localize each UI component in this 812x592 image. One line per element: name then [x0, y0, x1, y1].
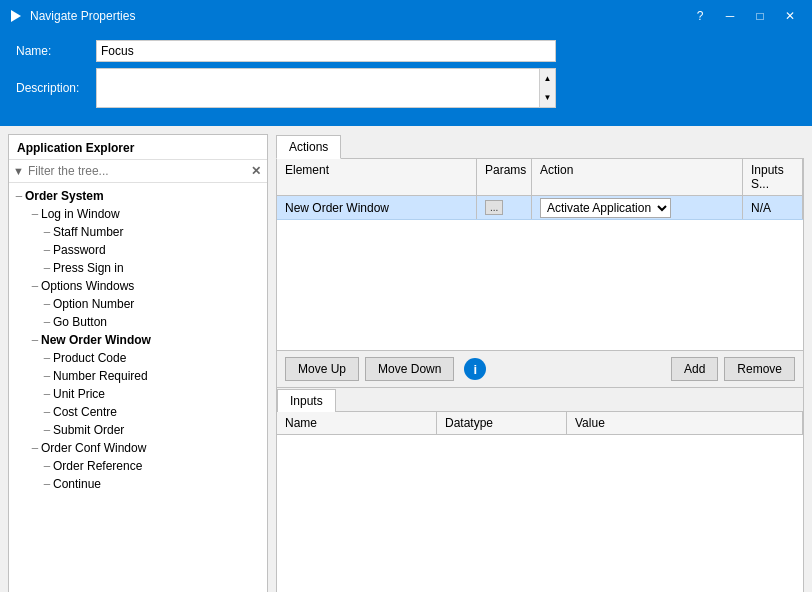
tree-item-password[interactable]: ─ Password: [9, 241, 267, 259]
tree-item-options-windows[interactable]: ─ Options Windows: [9, 277, 267, 295]
scroll-down-btn[interactable]: ▼: [540, 88, 555, 107]
th-params: Params: [477, 159, 532, 195]
inputs-table-header: Name Datatype Value: [277, 412, 803, 435]
inputs-body: [277, 435, 803, 592]
textarea-scrollbar: ▲ ▼: [540, 68, 556, 108]
table-row[interactable]: New Order Window ... Activate Applicatio…: [277, 196, 803, 220]
tree-item-order-reference[interactable]: ─ Order Reference: [9, 457, 267, 475]
maximize-button[interactable]: □: [746, 2, 774, 30]
inputs-th-name: Name: [277, 412, 437, 434]
expand-icon: ─: [29, 209, 41, 219]
tab-inputs[interactable]: Inputs: [277, 389, 336, 412]
header-form: Name: Description: ▲ ▼: [0, 32, 812, 126]
tree-label: Log in Window: [41, 207, 120, 221]
help-button[interactable]: ?: [686, 2, 714, 30]
tree-item-product-code[interactable]: ─ Product Code: [9, 349, 267, 367]
expand-icon: ─: [29, 335, 41, 345]
spacer-icon: ─: [41, 299, 53, 309]
tree-item-login-window[interactable]: ─ Log in Window: [9, 205, 267, 223]
spacer-icon: ─: [41, 461, 53, 471]
tree-item-order-system[interactable]: ─ Order System: [9, 187, 267, 205]
tree-item-cost-centre[interactable]: ─ Cost Centre: [9, 403, 267, 421]
description-row: Description: ▲ ▼: [16, 68, 796, 108]
actions-table: Element Params Action Inputs S... New Or…: [276, 159, 804, 351]
description-label: Description:: [16, 81, 96, 95]
left-panel: Application Explorer ▼ ✕ ─ Order System …: [8, 134, 268, 592]
td-inputs: N/A: [743, 196, 803, 219]
tree-item-continue[interactable]: ─ Continue: [9, 475, 267, 493]
tree-label: Unit Price: [53, 387, 105, 401]
tab-actions[interactable]: Actions: [276, 135, 341, 159]
tree-item-submit-order[interactable]: ─ Submit Order: [9, 421, 267, 439]
tree-item-order-conf-window[interactable]: ─ Order Conf Window: [9, 439, 267, 457]
td-element: New Order Window: [277, 196, 477, 219]
th-action: Action: [532, 159, 743, 195]
tree-item-new-order-window[interactable]: ─ New Order Window: [9, 331, 267, 349]
name-input[interactable]: [96, 40, 556, 62]
tree-item-option-number[interactable]: ─ Option Number: [9, 295, 267, 313]
right-panel: Actions Element Params Action Inputs S..…: [276, 134, 804, 592]
tree-item-number-required[interactable]: ─ Number Required: [9, 367, 267, 385]
tree-item-go-button[interactable]: ─ Go Button: [9, 313, 267, 331]
window-controls: ? ─ □ ✕: [686, 2, 804, 30]
inputs-th-value: Value: [567, 412, 803, 434]
spacer-icon: ─: [41, 245, 53, 255]
actions-tab-bar: Actions: [276, 134, 804, 159]
tree-label: Options Windows: [41, 279, 134, 293]
tree-label: Submit Order: [53, 423, 124, 437]
td-params: ...: [477, 196, 532, 219]
spacer-icon: ─: [41, 425, 53, 435]
action-select[interactable]: Activate Application Click Type Navigate…: [540, 198, 671, 218]
inputs-section: Inputs Name Datatype Value: [276, 388, 804, 592]
scroll-up-btn[interactable]: ▲: [540, 69, 555, 88]
th-inputs: Inputs S...: [743, 159, 803, 195]
remove-button[interactable]: Remove: [724, 357, 795, 381]
tree-label: Press Sign in: [53, 261, 124, 275]
actions-btn-row: Move Up Move Down i Add Remove: [276, 351, 804, 388]
info-icon[interactable]: i: [464, 358, 486, 380]
filter-row: ▼ ✕: [9, 160, 267, 183]
tree-label: Order Conf Window: [41, 441, 146, 455]
table-header: Element Params Action Inputs S...: [277, 159, 803, 196]
tree-label: Password: [53, 243, 106, 257]
tree-label: Option Number: [53, 297, 134, 311]
filter-input[interactable]: [28, 164, 249, 178]
spacer-icon: ─: [41, 317, 53, 327]
tree-container: ─ Order System ─ Log in Window ─ Staff N…: [9, 183, 267, 592]
filter-clear-button[interactable]: ✕: [249, 164, 263, 178]
expand-icon: ─: [29, 443, 41, 453]
description-wrapper: ▲ ▼: [96, 68, 556, 108]
th-element: Element: [277, 159, 477, 195]
move-up-button[interactable]: Move Up: [285, 357, 359, 381]
name-row: Name:: [16, 40, 796, 62]
tree-label: Order Reference: [53, 459, 142, 473]
td-action: Activate Application Click Type Navigate…: [532, 196, 743, 219]
description-input[interactable]: [96, 68, 540, 108]
tree-label: Number Required: [53, 369, 148, 383]
filter-icon: ▼: [13, 165, 24, 177]
spacer-icon: ─: [41, 353, 53, 363]
spacer-icon: ─: [41, 479, 53, 489]
tree-item-staff-number[interactable]: ─ Staff Number: [9, 223, 267, 241]
move-down-button[interactable]: Move Down: [365, 357, 454, 381]
name-label: Name:: [16, 44, 96, 58]
title-bar: Navigate Properties ? ─ □ ✕: [0, 0, 812, 32]
tree-item-unit-price[interactable]: ─ Unit Price: [9, 385, 267, 403]
app-explorer-header: Application Explorer: [9, 135, 267, 160]
tree-label: Go Button: [53, 315, 107, 329]
spacer-icon: ─: [41, 227, 53, 237]
spacer-icon: ─: [41, 263, 53, 273]
spacer-icon: ─: [41, 389, 53, 399]
spacer-icon: ─: [41, 407, 53, 417]
close-button[interactable]: ✕: [776, 2, 804, 30]
minimize-button[interactable]: ─: [716, 2, 744, 30]
tree-label: Order System: [25, 189, 104, 203]
tree-label: Product Code: [53, 351, 126, 365]
add-button[interactable]: Add: [671, 357, 718, 381]
empty-table-area: [277, 220, 803, 350]
params-button[interactable]: ...: [485, 200, 503, 215]
expand-icon: ─: [13, 191, 25, 201]
tree-item-press-sign-in[interactable]: ─ Press Sign in: [9, 259, 267, 277]
spacer-icon: ─: [41, 371, 53, 381]
tree-label: New Order Window: [41, 333, 151, 347]
